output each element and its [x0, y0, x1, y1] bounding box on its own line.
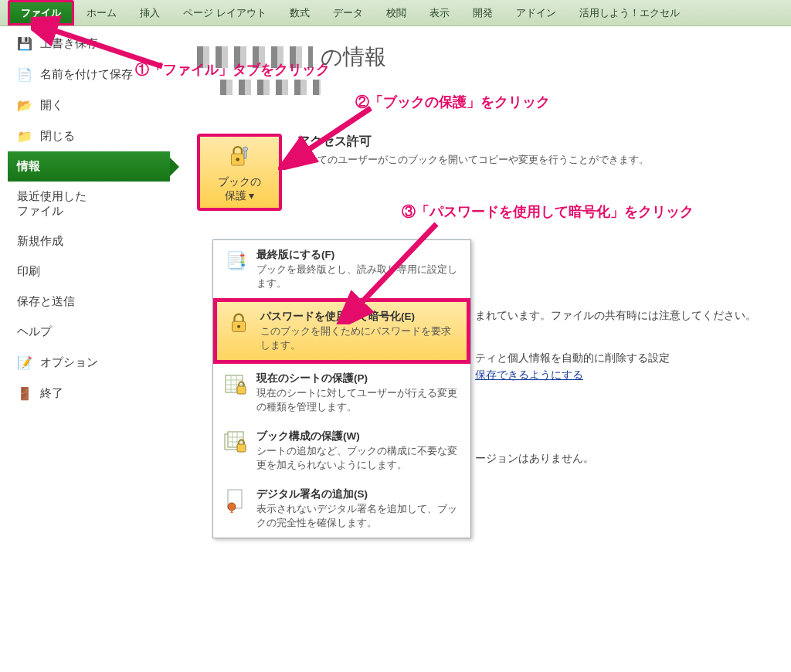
ribbon-tab-extra[interactable]: 活用しよう！エクセル: [569, 0, 691, 25]
ribbon-tab-view[interactable]: 表示: [419, 0, 460, 25]
menu-encrypt-password[interactable]: パスワードを使用して暗号化(E) このブックを開くためにパスワードを要求します。: [213, 298, 470, 364]
menu-item-desc: このブックを開くためにパスワードを要求します。: [260, 325, 457, 352]
svg-point-3: [243, 147, 248, 151]
menu-item-title: 現在のシートの保護(P): [256, 372, 461, 385]
page-title: の情報: [321, 42, 386, 72]
nav-print[interactable]: 印刷: [8, 256, 170, 287]
menu-mark-final[interactable]: 📑 最終版にする(F) ブックを最終版とし、読み取り専用に設定します。: [213, 240, 470, 298]
version-history-text: ージョンはありません。: [475, 452, 594, 466]
protect-workbook-button[interactable]: ブックの 保護 ▾: [197, 134, 282, 211]
menu-item-desc: ブックを最終版とし、読み取り専用に設定します。: [256, 263, 461, 290]
ribbon-tab-file[interactable]: ファイル: [8, 0, 74, 25]
access-permission-desc: すべてのユーザーがこのブックを開いてコピーや変更を行うことができます。: [297, 153, 649, 167]
menu-item-title: ブック構成の保護(W): [256, 429, 461, 443]
ribbon-tab-data[interactable]: データ: [322, 0, 374, 25]
options-icon: 📝: [17, 355, 32, 370]
svg-point-1: [236, 158, 240, 161]
lock-icon: [226, 310, 253, 336]
menu-item-title: デジタル署名の追加(S): [256, 487, 461, 501]
menu-item-title: 最終版にする(F): [256, 248, 461, 262]
ribbon-tab-insert[interactable]: 挿入: [129, 0, 171, 25]
menu-item-desc: 現在のシートに対してユーザーが行える変更の種類を管理します。: [256, 387, 461, 414]
save-icon: 💾: [17, 36, 32, 51]
privacy-text: ティと個人情報を自動的に削除する設定: [475, 351, 670, 365]
nav-label: 開く: [40, 98, 63, 113]
protect-workbook-menu: 📑 最終版にする(F) ブックを最終版とし、読み取り専用に設定します。 パスワー…: [212, 239, 471, 538]
menu-add-signature[interactable]: デジタル署名の追加(S) 表示されないデジタル署名を追加して、ブックの完全性を確…: [213, 480, 470, 538]
mark-final-icon: 📑: [222, 248, 249, 274]
ribbon-tab-addin[interactable]: アドイン: [505, 0, 567, 25]
nav-label: 保存と送信: [17, 294, 75, 309]
lock-key-icon: [226, 142, 253, 170]
workbook-lock-icon: [222, 429, 249, 456]
backstage-nav: 💾 上書き保存 📄 名前を付けて保存 📂 開く 📁 閉じる 情報 最近使用した …: [8, 28, 170, 409]
nav-options[interactable]: 📝 オプション: [8, 347, 170, 378]
svg-rect-7: [237, 386, 246, 394]
nav-open[interactable]: 📂 開く: [8, 90, 170, 120]
callout-2: ②「ブックの保護」をクリック: [355, 93, 550, 111]
close-folder-icon: 📁: [17, 128, 32, 144]
exit-icon: 🚪: [17, 385, 32, 401]
nav-new[interactable]: 新規作成: [8, 226, 170, 256]
nav-close[interactable]: 📁 閉じる: [8, 120, 170, 151]
menu-item-desc: シートの追加など、ブックの構成に不要な変更を加えられないようにします。: [256, 445, 461, 472]
ribbon-tab-home[interactable]: ホーム: [76, 0, 127, 25]
svg-rect-10: [237, 444, 246, 452]
share-warning-text: まれています。ファイルの共有時には注意してください。: [475, 309, 756, 323]
nav-label: 閉じる: [40, 129, 75, 144]
ribbon-tab-formulas[interactable]: 数式: [279, 0, 321, 25]
nav-label: 上書き保存: [40, 36, 98, 51]
privacy-enable-link[interactable]: 保存できるようにする: [475, 369, 583, 381]
nav-recent[interactable]: 最近使用した ファイル: [8, 182, 170, 226]
nav-label: 最近使用した ファイル: [17, 189, 87, 219]
protect-btn-line2: 保護 ▾: [225, 189, 255, 202]
ribbon-tab-layout[interactable]: ページ レイアウト: [172, 0, 277, 25]
nav-label: オプション: [40, 355, 98, 370]
callout-3: ③「パスワードを使用して暗号化」をクリック: [402, 202, 694, 221]
sheet-lock-icon: [222, 372, 249, 398]
nav-exit[interactable]: 🚪 終了: [8, 378, 170, 409]
protect-btn-line1: ブックの: [218, 175, 261, 188]
nav-label: 情報: [17, 159, 40, 174]
nav-label: ヘルプ: [17, 324, 52, 339]
nav-label: 新規作成: [17, 234, 63, 249]
save-as-icon: 📄: [17, 66, 32, 82]
callout-1: ①「ファイル」タブをクリック: [135, 60, 330, 79]
signature-icon: [222, 487, 249, 514]
ribbon-tab-dev[interactable]: 開発: [462, 0, 504, 25]
nav-save[interactable]: 💾 上書き保存: [8, 28, 170, 59]
nav-info[interactable]: 情報: [8, 151, 170, 182]
menu-protect-sheet[interactable]: 現在のシートの保護(P) 現在のシートに対してユーザーが行える変更の種類を管理し…: [213, 364, 470, 422]
redacted-path: [220, 80, 321, 95]
svg-point-12: [228, 503, 236, 511]
nav-label: 印刷: [17, 264, 40, 279]
menu-item-desc: 表示されないデジタル署名を追加して、ブックの完全性を確保します。: [256, 503, 461, 530]
open-folder-icon: 📂: [17, 97, 32, 113]
nav-label: 終了: [40, 386, 63, 401]
nav-help[interactable]: ヘルプ: [8, 317, 170, 347]
nav-label: 名前を付けて保存: [40, 67, 133, 82]
nav-save-send[interactable]: 保存と送信: [8, 287, 170, 317]
svg-point-5: [237, 325, 240, 328]
access-permission-heading: アクセス許可: [297, 134, 649, 150]
menu-item-title: パスワードを使用して暗号化(E): [260, 310, 457, 324]
ribbon-tab-review[interactable]: 校閲: [375, 0, 417, 25]
ribbon: ファイル ホーム 挿入 ページ レイアウト 数式 データ 校閲 表示 開発 アド…: [0, 0, 791, 26]
menu-protect-structure[interactable]: ブック構成の保護(W) シートの追加など、ブックの構成に不要な変更を加えられない…: [213, 422, 470, 480]
